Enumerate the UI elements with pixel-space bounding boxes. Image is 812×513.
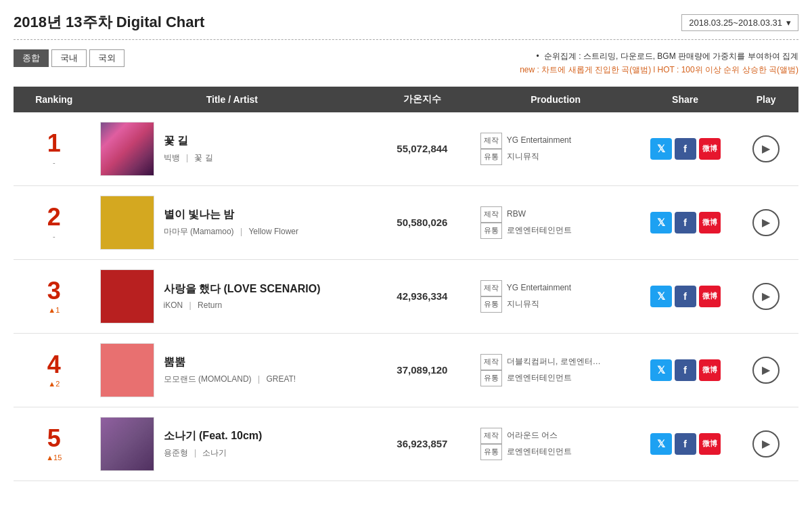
tab-jongham[interactable]: 종합 xyxy=(14,49,49,67)
artist-album: iKON | Return xyxy=(164,300,321,310)
play-button[interactable]: ▶ xyxy=(752,135,780,162)
col-gaon: 가온지수 xyxy=(369,87,474,112)
rank-cell: 4 ▲2 xyxy=(14,333,95,407)
artist-album: 마마무 (Mamamoo) | Yellow Flower xyxy=(164,226,298,238)
song-info: 별이 빛나는 밤 마마무 (Mamamoo) | Yellow Flower xyxy=(164,208,298,238)
album-name: 소나기 xyxy=(202,448,227,458)
facebook-icon[interactable]: f xyxy=(675,138,696,160)
table-row: 4 ▲2 뿜뿜 모모랜드 (MOMOLAND) | GREAT! 37,089,… xyxy=(14,333,798,407)
song-info: 뿜뿜 모모랜드 (MOMOLAND) | GREAT! xyxy=(164,355,296,385)
twitter-icon[interactable]: 𝕏 xyxy=(650,138,672,160)
weibo-icon[interactable]: 微博 xyxy=(699,138,721,160)
chart-title: 2018년 13주차 Digital Chart xyxy=(14,12,204,32)
header-row: 2018년 13주차 Digital Chart 2018.03.25~2018… xyxy=(14,12,798,32)
song-title: 꽃 길 xyxy=(164,134,213,148)
rank-cell: 3 ▲1 xyxy=(14,259,95,333)
share-cell: 𝕏 f 微博 xyxy=(637,407,734,481)
facebook-icon[interactable]: f xyxy=(675,433,696,455)
prod-company: YG Entertainment xyxy=(507,283,571,292)
facebook-icon[interactable]: f xyxy=(675,286,696,307)
tab-international[interactable]: 국외 xyxy=(89,49,125,67)
prod-company: YG Entertainment xyxy=(507,135,571,145)
play-cell: ▶ xyxy=(734,112,798,186)
weibo-icon[interactable]: 微博 xyxy=(699,359,721,381)
gaon-cell: 37,089,120 xyxy=(369,333,474,407)
divider xyxy=(14,39,798,40)
share-icons: 𝕏 f 微博 xyxy=(642,433,729,455)
title-artist-cell: 꽃 길 빅뱅 | 꽃 길 xyxy=(95,112,370,186)
rank-number: 2 xyxy=(19,205,89,229)
twitter-icon[interactable]: 𝕏 xyxy=(650,212,672,233)
artist-name: 빅뱅 xyxy=(164,153,180,162)
gaon-cell: 42,936,334 xyxy=(369,259,474,333)
share-icons: 𝕏 f 微博 xyxy=(642,138,729,160)
gaon-cell: 55,072,844 xyxy=(369,112,474,186)
play-button[interactable]: ▶ xyxy=(752,430,780,458)
play-button[interactable]: ▶ xyxy=(752,357,780,384)
twitter-icon[interactable]: 𝕏 xyxy=(650,286,672,307)
dist-line: 유통 로엔엔터테인먼트 xyxy=(480,444,631,460)
prod-line: 제작 RBW xyxy=(480,206,631,223)
artist-album: 용준형 | 소나기 xyxy=(164,447,263,459)
song-info: 소나기 (Feat. 10cm) 용준형 | 소나기 xyxy=(164,429,263,459)
twitter-icon[interactable]: 𝕏 xyxy=(650,433,672,455)
weibo-icon[interactable]: 微博 xyxy=(699,212,721,233)
prod-label: 제작 xyxy=(480,280,502,296)
album-thumbnail xyxy=(100,417,154,471)
weibo-icon[interactable]: 微博 xyxy=(699,286,721,307)
album-thumbnail xyxy=(100,196,154,250)
gaon-cell: 36,923,857 xyxy=(369,407,474,481)
song-info: 꽃 길 빅뱅 | 꽃 길 xyxy=(164,134,213,164)
artist-name: iKON xyxy=(164,300,183,310)
production-cell: 제작 더블킥컴퍼니, 로엔엔터… 유통 로엔엔터테인먼트 xyxy=(475,333,637,407)
rank-change: ▲2 xyxy=(19,380,89,388)
production-cell: 제작 YG Entertainment 유통 지니뮤직 xyxy=(475,259,637,333)
tab-domestic[interactable]: 국내 xyxy=(51,49,87,67)
play-button[interactable]: ▶ xyxy=(752,209,780,236)
separator: | xyxy=(189,300,191,310)
prod-label: 제작 xyxy=(480,428,502,444)
separator: | xyxy=(240,227,242,236)
artist-name: 모모랜드 (MOMOLAND) xyxy=(164,374,252,384)
col-title-artist: Title / Artist xyxy=(95,87,370,112)
production-cell: 제작 YG Entertainment 유통 지니뮤직 xyxy=(475,112,637,186)
share-cell: 𝕏 f 微博 xyxy=(637,259,734,333)
dist-line: 유통 지니뮤직 xyxy=(480,149,631,165)
col-share: Share xyxy=(637,87,734,112)
twitter-icon[interactable]: 𝕏 xyxy=(650,359,672,381)
info-text: • 순위집계 : 스트리밍, 다운로드, BGM 판매량에 가중치를 부여하여 … xyxy=(520,49,798,77)
song-title: 별이 빛나는 밤 xyxy=(164,208,298,222)
page-wrapper: 2018년 13주차 Digital Chart 2018.03.25~2018… xyxy=(0,0,812,493)
date-range-text: 2018.03.25~2018.03.31 xyxy=(689,18,782,28)
separator: | xyxy=(186,153,188,162)
rank-change: - xyxy=(19,158,89,166)
facebook-icon[interactable]: f xyxy=(675,359,696,381)
title-artist-cell: 별이 빛나는 밤 마마무 (Mamamoo) | Yellow Flower xyxy=(95,185,370,259)
rank-change: ▲15 xyxy=(19,453,89,462)
dist-label: 유통 xyxy=(480,149,502,165)
album-thumbnail xyxy=(100,122,154,176)
col-production: Production xyxy=(475,87,637,112)
artist-name: 마마무 (Mamamoo) xyxy=(164,227,234,236)
play-button[interactable]: ▶ xyxy=(752,283,780,310)
date-selector[interactable]: 2018.03.25~2018.03.31 ▾ xyxy=(681,14,798,31)
prod-line: 제작 YG Entertainment xyxy=(480,133,631,149)
chart-tbody: 1 - 꽃 길 빅뱅 | 꽃 길 55,072,844 제작 YG Entert… xyxy=(14,112,798,481)
info-line2: new : 차트에 새롭게 진입한 곡(앨범) l HOT : 100위 이상 … xyxy=(520,63,798,76)
play-cell: ▶ xyxy=(734,407,798,481)
share-icons: 𝕏 f 微博 xyxy=(642,359,729,381)
title-artist-cell: 뿜뿜 모모랜드 (MOMOLAND) | GREAT! xyxy=(95,333,370,407)
song-title: 소나기 (Feat. 10cm) xyxy=(164,429,263,443)
prod-label: 제작 xyxy=(480,354,502,370)
weibo-icon[interactable]: 微博 xyxy=(699,433,721,455)
dist-line: 유통 로엔엔터테인먼트 xyxy=(480,370,631,386)
table-row: 5 ▲15 소나기 (Feat. 10cm) 용준형 | 소나기 36,923,… xyxy=(14,407,798,481)
separator: | xyxy=(258,374,260,384)
share-cell: 𝕏 f 微博 xyxy=(637,333,734,407)
song-title: 뿜뿜 xyxy=(164,355,296,370)
dist-label: 유통 xyxy=(480,370,502,386)
facebook-icon[interactable]: f xyxy=(675,212,696,233)
tabs-container: 종합 국내 국외 xyxy=(14,49,125,67)
prod-line: 제작 더블킥컴퍼니, 로엔엔터… xyxy=(480,354,631,370)
rank-cell: 2 - xyxy=(14,185,95,259)
